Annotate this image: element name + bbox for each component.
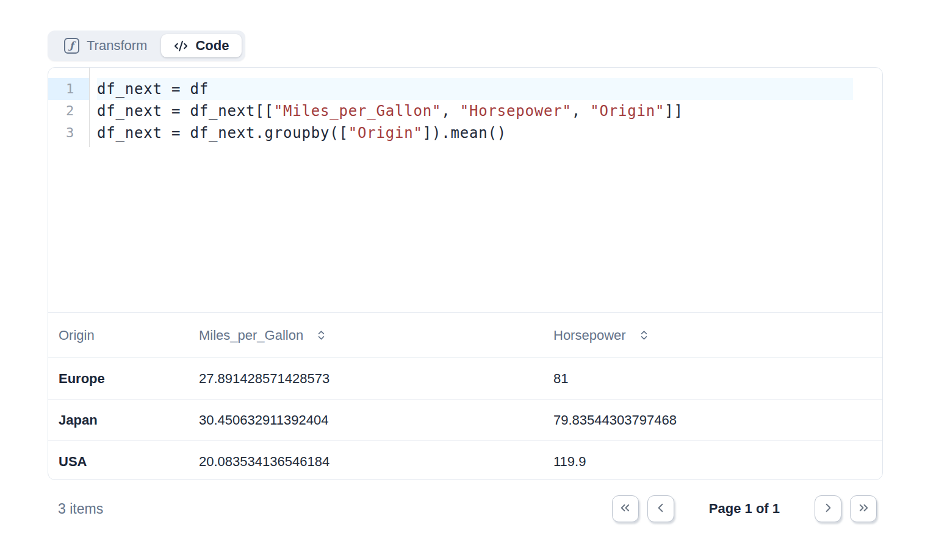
table-row: Japan30.45063291139240479.83544303797468	[48, 400, 882, 441]
function-icon: ƒ	[64, 38, 79, 54]
cell-value: 20.083534136546184	[199, 441, 553, 481]
code-editor[interactable]: 123 df_next = dfdf_next = df_next[["Mile…	[48, 68, 882, 313]
code-segment-code: ,	[572, 102, 591, 120]
cell-value: 79.83544303797468	[553, 400, 882, 441]
chevrons-right-icon	[857, 501, 871, 517]
column-header-origin: Origin	[48, 313, 199, 358]
cell-value: 27.891428571428573	[199, 358, 553, 400]
cell-value: 119.9	[553, 441, 882, 481]
chevron-right-icon	[821, 501, 835, 517]
items-count: 3 items	[58, 501, 103, 517]
column-header-miles_per_gallon[interactable]: Miles_per_Gallon	[199, 313, 553, 358]
code-segment-string: "Horsepower"	[460, 102, 572, 120]
column-label: Horsepower	[553, 328, 626, 343]
code-segment-code: df_next = df_next.groupby([	[97, 124, 348, 142]
chevrons-up-down-icon[interactable]	[315, 329, 327, 341]
tab-code-label: Code	[195, 38, 229, 54]
table-row: USA20.083534136546184119.9	[48, 441, 882, 481]
editor-content[interactable]: df_next = dfdf_next = df_next[["Miles_pe…	[90, 68, 882, 147]
column-label: Origin	[59, 328, 95, 343]
page: ƒ Transform Code 123 df_next = dfdf_next…	[0, 0, 925, 560]
code-segment-code: ]).mean()	[423, 124, 506, 142]
column-label: Miles_per_Gallon	[199, 328, 303, 343]
chevrons-up-down-icon[interactable]	[638, 329, 650, 341]
cell-origin: Europe	[48, 358, 199, 400]
column-header-horsepower[interactable]: Horsepower	[553, 313, 882, 358]
line-number: 2	[48, 100, 89, 122]
code-line[interactable]: df_next = df_next[["Miles_per_Gallon", "…	[97, 100, 853, 122]
table-header-row: OriginMiles_per_GallonHorsepower	[48, 313, 882, 358]
result-table: OriginMiles_per_GallonHorsepower Europe2…	[48, 313, 882, 480]
previous-page-button[interactable]	[647, 495, 674, 522]
cell-value: 81	[553, 358, 882, 400]
chevron-left-icon	[653, 501, 668, 517]
code-segment-string: "Origin"	[348, 124, 423, 142]
code-segment-code: ,	[441, 102, 460, 120]
table-footer: 3 items Page 1 of 1	[48, 480, 883, 529]
code-segment-code: ]]	[664, 102, 683, 120]
code-line[interactable]: df_next = df	[97, 78, 853, 100]
code-segment-code: df_next = df	[97, 81, 209, 98]
table-body: Europe27.89142857142857381Japan30.450632…	[48, 358, 882, 481]
page-indicator: Page 1 of 1	[709, 501, 780, 517]
editor-gutter: 123	[48, 68, 90, 147]
code-and-result-panel: 123 df_next = dfdf_next = df_next[["Mile…	[48, 67, 883, 480]
line-number: 3	[48, 122, 89, 144]
tab-transform[interactable]: ƒ Transform	[51, 34, 160, 57]
code-segment-string: "Origin"	[590, 102, 664, 120]
code-xml-icon	[174, 39, 188, 53]
first-page-button[interactable]	[612, 495, 639, 522]
line-number: 1	[48, 78, 89, 100]
code-line[interactable]: df_next = df_next.groupby(["Origin"]).me…	[97, 122, 853, 144]
code-segment-code: df_next = df_next[[	[97, 102, 274, 120]
table-row: Europe27.89142857142857381	[48, 358, 882, 400]
code-segment-string: "Miles_per_Gallon"	[274, 102, 442, 120]
chevrons-left-icon	[618, 501, 632, 517]
cell-origin: Japan	[48, 400, 199, 441]
next-page-button[interactable]	[815, 495, 841, 522]
last-page-button[interactable]	[850, 495, 877, 522]
cell-value: 30.450632911392404	[199, 400, 553, 441]
editor-scroll: 123 df_next = dfdf_next = df_next[["Mile…	[48, 68, 882, 147]
tab-transform-label: Transform	[87, 38, 147, 54]
tab-code[interactable]: Code	[161, 34, 242, 57]
view-toggle-tabbar: ƒ Transform Code	[48, 31, 245, 61]
pagination: Page 1 of 1	[612, 495, 877, 522]
cell-origin: USA	[48, 441, 199, 481]
